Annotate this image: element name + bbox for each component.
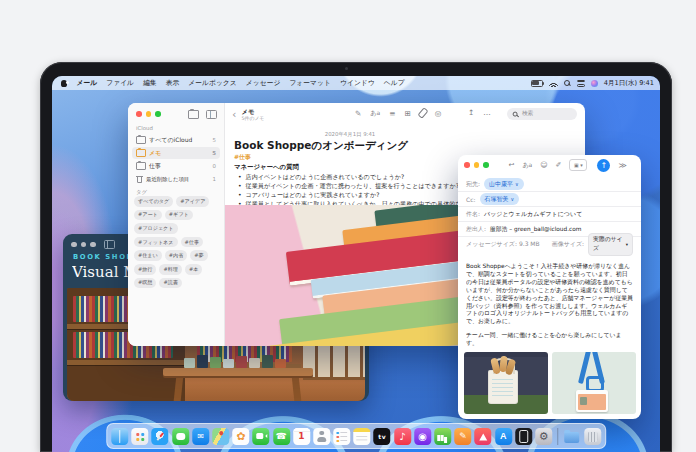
media-icon[interactable]: ◎ <box>435 109 442 118</box>
dock-icon-phone[interactable]: ☎ <box>273 428 290 445</box>
dock-icon-music[interactable]: ♪ <box>394 428 411 445</box>
tag-pill[interactable]: #瞑想 <box>134 278 156 289</box>
dock-icon-launchpad[interactable] <box>131 428 148 445</box>
more-icon[interactable]: … <box>483 108 491 117</box>
send-button[interactable]: ↑ <box>597 159 610 172</box>
tag-pill[interactable]: #夢 <box>190 250 207 261</box>
menu-mailbox[interactable]: メールボックス <box>188 78 237 88</box>
dock-icon-numbers[interactable] <box>434 428 451 445</box>
tag-pill[interactable]: #アイデア <box>176 196 209 207</box>
zoom-button[interactable] <box>155 111 161 117</box>
dock-icon-messages[interactable] <box>172 428 189 445</box>
dock-icon-device[interactable] <box>515 428 532 445</box>
dock-icon-facetime[interactable] <box>253 428 270 445</box>
zoom-button[interactable] <box>90 242 96 248</box>
cc-field[interactable]: Cc: 石塚智美 ∨ <box>458 192 641 207</box>
zoom-button[interactable] <box>483 162 489 168</box>
to-field[interactable]: 宛先: 山中康平 ∨ <box>458 177 641 192</box>
emoji-icon[interactable]: ☺ <box>540 161 547 169</box>
dock-icon-pages[interactable]: ✎ <box>454 428 471 445</box>
dock-icon-safari[interactable] <box>152 428 169 445</box>
tag-pill[interactable]: #旅行 <box>134 264 156 275</box>
tag-pill[interactable]: #ギフト <box>165 210 193 221</box>
dock-icon-news[interactable] <box>475 428 492 445</box>
tag-pill[interactable]: #プロジェクト <box>134 223 178 234</box>
dock-icon-finder[interactable] <box>111 428 128 445</box>
dock-icon-calendar[interactable]: 1 <box>293 428 310 445</box>
attachment-tote-bag-photo[interactable] <box>464 352 548 414</box>
menu-file[interactable]: ファイル <box>106 78 134 88</box>
dock-icon-reminders[interactable] <box>333 428 350 445</box>
markup-icon[interactable]: ✐ <box>556 161 562 169</box>
dock-icon-app-store[interactable]: A <box>495 428 512 445</box>
attachment-badge-photo[interactable] <box>552 352 636 414</box>
sidebar-toggle-icon[interactable] <box>104 240 115 249</box>
dock-icon-photos[interactable]: ✿ <box>232 428 249 445</box>
dock-icon-maps[interactable] <box>212 428 229 445</box>
tag-pill[interactable]: #料理 <box>159 264 181 275</box>
undo-icon[interactable]: ↩ <box>509 161 515 169</box>
format-icon[interactable]: あa <box>522 161 532 170</box>
overflow-icon[interactable]: ≫ <box>618 161 626 170</box>
menu-format[interactable]: フォーマット <box>289 78 331 88</box>
tag-pill[interactable]: #読書 <box>159 278 181 289</box>
window-controls[interactable] <box>71 242 96 248</box>
tag-pill[interactable]: すべてのタグ <box>134 196 173 207</box>
close-button[interactable] <box>71 242 77 248</box>
mail-body[interactable]: Book Shoppeへようこそ！入社手続きや研修が滞りなく進んで、順調なスター… <box>466 263 633 351</box>
tag-pill[interactable]: #住まい <box>134 250 162 261</box>
menu-window[interactable]: ウインドウ <box>340 78 375 88</box>
minimize-button[interactable] <box>146 111 152 117</box>
close-button[interactable] <box>464 162 470 168</box>
menu-edit[interactable]: 編集 <box>143 78 157 88</box>
dock-icon-podcasts[interactable]: ◉ <box>414 428 431 445</box>
search-icon[interactable] <box>564 80 571 87</box>
tag-pill[interactable]: #本 <box>185 264 202 275</box>
template-icon[interactable]: ▣ ▾ <box>569 159 587 171</box>
window-controls[interactable] <box>464 162 489 168</box>
checklist-icon[interactable]: ≡ <box>389 109 395 118</box>
search-input[interactable]: 検索 <box>507 108 577 120</box>
menu-help[interactable]: ヘルプ <box>384 78 405 88</box>
sidebar-folder-recently-deleted[interactable]: 最近削除した項目 1 <box>132 173 220 185</box>
dock-icon-mail[interactable]: ✉ <box>192 428 209 445</box>
tag-pill[interactable]: #フィットネス <box>134 237 178 248</box>
compose-icon[interactable]: ✎ <box>355 109 361 118</box>
sidebar-folder-all-icloud[interactable]: すべてのiCloud 5 <box>132 134 220 146</box>
dock-icon-system-preferences[interactable]: ⚙ <box>535 428 552 445</box>
recipient-pill[interactable]: 石塚智美 ∨ <box>480 193 520 205</box>
apple-menu-icon[interactable] <box>60 79 68 87</box>
attach-icon[interactable] <box>417 107 428 119</box>
minimize-button[interactable] <box>474 162 480 168</box>
dock-icon-trash[interactable] <box>584 428 601 445</box>
menu-message[interactable]: メッセージ <box>246 78 281 88</box>
tag-pill[interactable]: #アート <box>134 210 162 221</box>
sidebar-toggle-icon[interactable] <box>206 110 217 119</box>
tag-pill[interactable]: #仕事 <box>181 237 203 248</box>
sidebar-folder-memo[interactable]: メモ 5 <box>132 147 220 159</box>
new-folder-icon[interactable] <box>188 110 199 119</box>
dock-icon-contacts[interactable] <box>313 428 330 445</box>
dock-icon-downloads-folder[interactable] <box>564 428 581 445</box>
menu-mail[interactable]: メール <box>77 78 98 88</box>
close-button[interactable] <box>136 111 142 117</box>
table-icon[interactable]: ⊞ <box>404 109 410 118</box>
back-chevron-icon[interactable]: ‹ <box>232 108 236 121</box>
tag-pill[interactable]: #内省 <box>165 250 187 261</box>
dock-icon-notes[interactable] <box>354 428 371 445</box>
window-controls[interactable] <box>136 111 161 117</box>
note-tag[interactable]: #仕事 <box>234 153 251 162</box>
siri-icon[interactable] <box>591 80 598 87</box>
battery-icon[interactable] <box>531 80 543 87</box>
recipient-pill[interactable]: 山中康平 ∨ <box>484 178 524 190</box>
menu-bar-clock[interactable]: 4月1日(水) 9:41 <box>604 79 654 88</box>
control-center-icon[interactable] <box>577 80 585 87</box>
sidebar-folder-work[interactable]: 仕事 0 <box>132 160 220 172</box>
dock-icon-tv[interactable]: tv <box>374 428 391 445</box>
minimize-button[interactable] <box>81 242 87 248</box>
share-icon[interactable]: ↥ <box>468 108 474 117</box>
subject-field[interactable]: 件名: バッジとウェルカムギフトについて <box>458 207 641 222</box>
format-icon[interactable]: あa <box>370 109 380 118</box>
wifi-icon[interactable] <box>549 80 558 87</box>
image-size-select[interactable]: 実際のサイズ▾ <box>588 233 633 256</box>
